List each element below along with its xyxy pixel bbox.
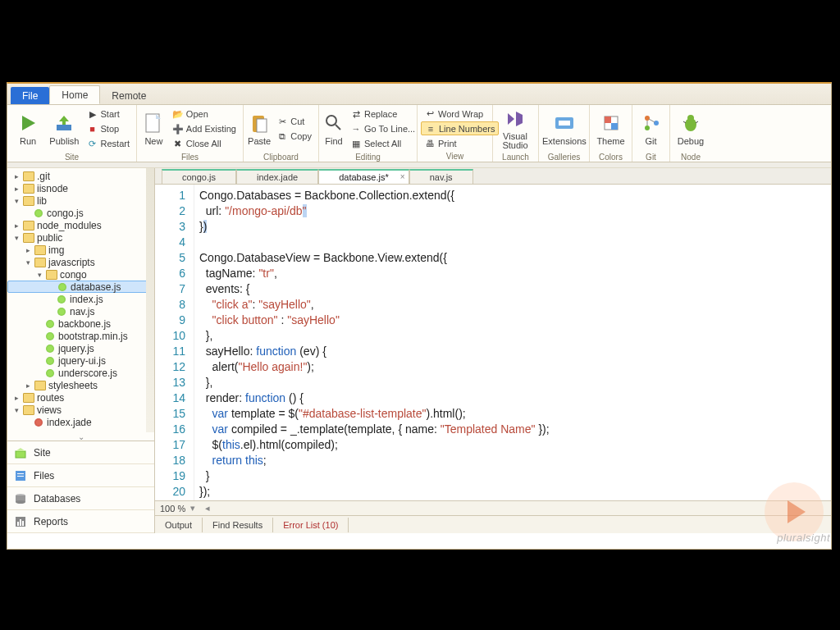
tree-item[interactable]: ▾congo <box>7 268 154 281</box>
nav-reports[interactable]: Reports <box>7 510 154 533</box>
run-button[interactable]: Run <box>11 107 45 151</box>
goto-button[interactable]: →Go To Line... <box>347 122 418 136</box>
code-line[interactable]: "click a": "sayHello", <box>199 297 550 313</box>
tree-item[interactable]: ▸node_modules <box>7 219 154 231</box>
copy-button[interactable]: ⧉Copy <box>273 130 315 144</box>
cut-button[interactable]: ✂Cut <box>273 115 315 129</box>
git-button[interactable]: Git <box>636 107 666 151</box>
code-line[interactable]: tagName: "tr", <box>199 266 550 281</box>
code-line[interactable]: Congo.Databases = Backbone.Collection.ex… <box>199 188 550 203</box>
close-all-button[interactable]: ✖Close All <box>169 137 240 151</box>
tree-item[interactable]: database.js <box>7 281 154 293</box>
code-line[interactable]: }) <box>199 219 550 235</box>
twist-icon[interactable]: ▾ <box>12 197 21 205</box>
wordwrap-button[interactable]: ↩Word Wrap <box>421 107 499 121</box>
tab-file[interactable]: File <box>11 87 49 104</box>
code-line[interactable]: $(this.el).html(compiled); <box>199 437 550 453</box>
paste-button[interactable]: Paste <box>247 107 272 151</box>
group-label-galleries: Galleries <box>539 153 589 163</box>
tree-item[interactable]: index.jade <box>7 416 154 428</box>
nav-site[interactable]: Site <box>7 441 154 464</box>
tree-item[interactable]: index.js <box>7 293 154 305</box>
tree-item[interactable]: ▸.git <box>7 170 154 182</box>
extensions-button[interactable]: Extensions <box>542 107 587 151</box>
nav-databases[interactable]: Databases <box>7 487 154 510</box>
twist-icon[interactable]: ▸ <box>24 246 32 254</box>
tree-item[interactable]: ▾lib <box>7 194 154 207</box>
twist-icon[interactable]: ▸ <box>12 185 21 193</box>
twist-icon[interactable]: ▸ <box>24 381 32 390</box>
tab-home[interactable]: Home <box>49 85 100 104</box>
tree-item[interactable]: jquery.js <box>7 342 154 354</box>
code-editor[interactable]: 12345678910111213141516171819202122 Cong… <box>155 185 831 500</box>
code-line[interactable]: sayHello: function (ev) { <box>199 344 550 359</box>
code-line[interactable]: render: function () { <box>199 390 550 406</box>
tree-item[interactable]: ▾javascripts <box>7 256 154 268</box>
nav-files[interactable]: Files <box>7 464 154 487</box>
file-tree[interactable]: ▸.git▸iisnode▾libcongo.js▸node_modules▾p… <box>7 168 154 432</box>
hscroll-left-icon[interactable]: ◂ <box>205 503 210 514</box>
tree-item[interactable]: ▾public <box>7 231 154 244</box>
tree-item[interactable]: congo.js <box>7 207 154 219</box>
code-line[interactable]: }, <box>199 328 550 344</box>
publish-button[interactable]: Publish <box>47 107 81 151</box>
twist-icon[interactable]: ▾ <box>24 258 32 267</box>
add-existing-button[interactable]: ➕Add Existing <box>169 122 240 136</box>
code-line[interactable]: alert("Hello again!"); <box>199 359 550 375</box>
file-tab[interactable]: congo.js <box>162 169 236 184</box>
code-line[interactable]: var compiled = _.template(template, { na… <box>199 422 550 437</box>
tree-item[interactable]: jquery-ui.js <box>7 354 154 367</box>
twist-icon[interactable]: ▾ <box>12 234 21 242</box>
visual-studio-button[interactable]: Visual Studio <box>496 107 534 151</box>
tree-item[interactable]: underscore.js <box>7 367 154 379</box>
file-tab[interactable]: database.js*× <box>318 169 409 184</box>
replace-button[interactable]: ⇄Replace <box>347 107 418 121</box>
tree-item[interactable]: ▾views <box>7 404 154 416</box>
code-line[interactable]: return this; <box>199 453 550 468</box>
file-tab[interactable]: nav.js <box>409 169 473 184</box>
print-button[interactable]: 🖶Print <box>421 136 499 150</box>
code-line[interactable]: Congo.DatabaseView = Backbone.View.exten… <box>199 250 550 266</box>
tab-error-list[interactable]: Error List (10) <box>273 518 349 532</box>
code-line[interactable]: events: { <box>199 281 550 297</box>
code-content[interactable]: Congo.Databases = Backbone.Collection.ex… <box>194 185 550 500</box>
tree-item[interactable]: nav.js <box>7 305 154 317</box>
tree-collapse-handle[interactable]: ⌄ <box>76 432 86 441</box>
scrollbar[interactable] <box>146 168 154 432</box>
code-line[interactable]: } <box>199 468 550 484</box>
zoom-level[interactable]: 100 % <box>160 504 185 514</box>
restart-button[interactable]: ⟳Restart <box>84 137 133 151</box>
zoom-dropdown-icon[interactable]: ▾ <box>190 503 195 514</box>
twist-icon[interactable]: ▾ <box>35 271 43 279</box>
find-button[interactable]: Find <box>322 107 345 151</box>
code-line[interactable]: "click button" : "sayHello" <box>199 313 550 328</box>
theme-button[interactable]: Theme <box>593 107 628 151</box>
stop-button[interactable]: ■Stop <box>84 122 133 136</box>
tree-item[interactable]: ▸stylesheets <box>7 379 154 391</box>
tab-find-results[interactable]: Find Results <box>203 518 273 532</box>
code-line[interactable]: }, <box>199 375 550 390</box>
tab-output[interactable]: Output <box>155 518 203 532</box>
tree-item[interactable]: ▸iisnode <box>7 182 154 194</box>
code-line[interactable] <box>199 235 550 250</box>
linenumbers-button[interactable]: ≡Line Numbers <box>421 121 499 135</box>
tree-item[interactable]: bootstrap.min.js <box>7 330 154 342</box>
code-line[interactable]: }); <box>199 484 550 500</box>
tab-remote[interactable]: Remote <box>100 87 158 104</box>
tree-item[interactable]: ▸routes <box>7 391 154 404</box>
twist-icon[interactable]: ▸ <box>12 394 21 402</box>
code-line[interactable]: url: "/mongo-api/db" <box>199 203 550 219</box>
twist-icon[interactable]: ▸ <box>12 221 21 230</box>
select-all-button[interactable]: ▦Select All <box>347 137 418 151</box>
twist-icon[interactable]: ▾ <box>12 406 21 414</box>
start-button[interactable]: ▶Start <box>84 107 133 121</box>
twist-icon[interactable]: ▸ <box>12 172 21 180</box>
close-icon[interactable]: × <box>400 172 405 181</box>
code-line[interactable]: var template = $("#database-list-templat… <box>199 406 550 422</box>
file-tab[interactable]: index.jade <box>236 169 318 184</box>
tree-item[interactable]: ▸img <box>7 244 154 256</box>
open-button[interactable]: 📂Open <box>169 107 240 121</box>
new-button[interactable]: New <box>140 107 167 151</box>
tree-item[interactable]: backbone.js <box>7 317 154 330</box>
debug-button[interactable]: Debug <box>673 107 708 151</box>
